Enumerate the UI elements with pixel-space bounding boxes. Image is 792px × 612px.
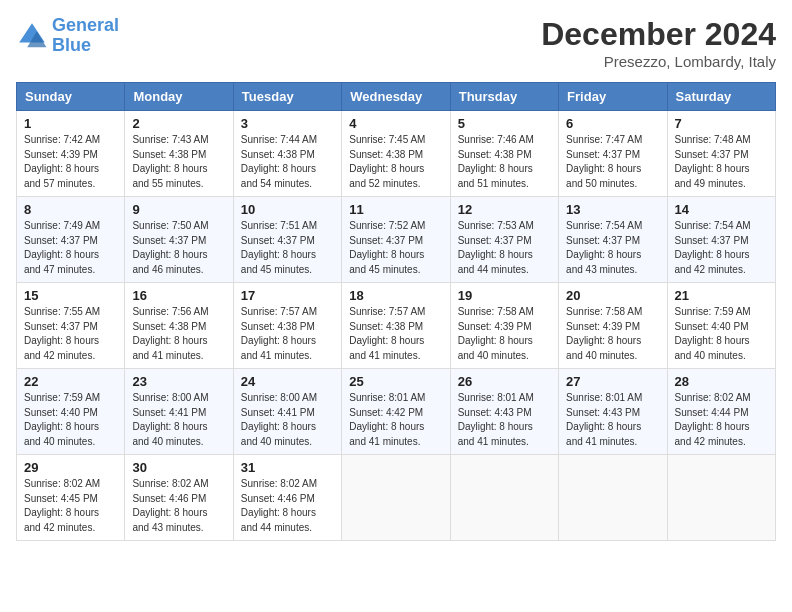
sunset: Sunset: 4:38 PM — [132, 321, 206, 332]
calendar-cell: 24 Sunrise: 8:00 AM Sunset: 4:41 PM Dayl… — [233, 369, 341, 455]
sunrise: Sunrise: 7:53 AM — [458, 220, 534, 231]
sunrise: Sunrise: 7:54 AM — [675, 220, 751, 231]
calendar-cell: 5 Sunrise: 7:46 AM Sunset: 4:38 PM Dayli… — [450, 111, 558, 197]
daylight: Daylight: 8 hours and 55 minutes. — [132, 163, 207, 189]
sunrise: Sunrise: 7:48 AM — [675, 134, 751, 145]
calendar-week-2: 8 Sunrise: 7:49 AM Sunset: 4:37 PM Dayli… — [17, 197, 776, 283]
daylight: Daylight: 8 hours and 51 minutes. — [458, 163, 533, 189]
daylight: Daylight: 8 hours and 44 minutes. — [241, 507, 316, 533]
sunset: Sunset: 4:38 PM — [349, 321, 423, 332]
calendar-week-1: 1 Sunrise: 7:42 AM Sunset: 4:39 PM Dayli… — [17, 111, 776, 197]
calendar-week-5: 29 Sunrise: 8:02 AM Sunset: 4:45 PM Dayl… — [17, 455, 776, 541]
calendar: Sunday Monday Tuesday Wednesday Thursday… — [16, 82, 776, 541]
day-info: Sunrise: 7:53 AM Sunset: 4:37 PM Dayligh… — [458, 219, 551, 277]
calendar-cell: 21 Sunrise: 7:59 AM Sunset: 4:40 PM Dayl… — [667, 283, 775, 369]
day-info: Sunrise: 7:47 AM Sunset: 4:37 PM Dayligh… — [566, 133, 659, 191]
daylight: Daylight: 8 hours and 47 minutes. — [24, 249, 99, 275]
calendar-cell: 27 Sunrise: 8:01 AM Sunset: 4:43 PM Dayl… — [559, 369, 667, 455]
month-title: December 2024 — [541, 16, 776, 53]
calendar-cell — [450, 455, 558, 541]
calendar-cell: 25 Sunrise: 8:01 AM Sunset: 4:42 PM Dayl… — [342, 369, 450, 455]
calendar-cell: 17 Sunrise: 7:57 AM Sunset: 4:38 PM Dayl… — [233, 283, 341, 369]
calendar-cell: 20 Sunrise: 7:58 AM Sunset: 4:39 PM Dayl… — [559, 283, 667, 369]
sunrise: Sunrise: 7:57 AM — [241, 306, 317, 317]
calendar-cell: 15 Sunrise: 7:55 AM Sunset: 4:37 PM Dayl… — [17, 283, 125, 369]
day-number: 31 — [241, 460, 334, 475]
day-number: 21 — [675, 288, 768, 303]
daylight: Daylight: 8 hours and 52 minutes. — [349, 163, 424, 189]
daylight: Daylight: 8 hours and 41 minutes. — [349, 335, 424, 361]
daylight: Daylight: 8 hours and 41 minutes. — [349, 421, 424, 447]
day-number: 2 — [132, 116, 225, 131]
logo-text: General Blue — [52, 16, 119, 56]
day-info: Sunrise: 8:01 AM Sunset: 4:43 PM Dayligh… — [566, 391, 659, 449]
sunrise: Sunrise: 7:56 AM — [132, 306, 208, 317]
sunset: Sunset: 4:37 PM — [24, 235, 98, 246]
day-number: 30 — [132, 460, 225, 475]
day-info: Sunrise: 7:50 AM Sunset: 4:37 PM Dayligh… — [132, 219, 225, 277]
calendar-cell: 9 Sunrise: 7:50 AM Sunset: 4:37 PM Dayli… — [125, 197, 233, 283]
daylight: Daylight: 8 hours and 43 minutes. — [566, 249, 641, 275]
day-info: Sunrise: 7:42 AM Sunset: 4:39 PM Dayligh… — [24, 133, 117, 191]
day-info: Sunrise: 8:01 AM Sunset: 4:42 PM Dayligh… — [349, 391, 442, 449]
daylight: Daylight: 8 hours and 40 minutes. — [24, 421, 99, 447]
day-info: Sunrise: 7:51 AM Sunset: 4:37 PM Dayligh… — [241, 219, 334, 277]
sunrise: Sunrise: 8:01 AM — [566, 392, 642, 403]
sunrise: Sunrise: 8:02 AM — [132, 478, 208, 489]
sunrise: Sunrise: 8:01 AM — [458, 392, 534, 403]
sunset: Sunset: 4:38 PM — [458, 149, 532, 160]
sunset: Sunset: 4:39 PM — [458, 321, 532, 332]
sunset: Sunset: 4:37 PM — [675, 235, 749, 246]
calendar-cell: 18 Sunrise: 7:57 AM Sunset: 4:38 PM Dayl… — [342, 283, 450, 369]
day-number: 25 — [349, 374, 442, 389]
daylight: Daylight: 8 hours and 49 minutes. — [675, 163, 750, 189]
location: Presezzo, Lombardy, Italy — [541, 53, 776, 70]
logo-line1: General — [52, 15, 119, 35]
day-number: 28 — [675, 374, 768, 389]
sunset: Sunset: 4:39 PM — [24, 149, 98, 160]
calendar-cell: 7 Sunrise: 7:48 AM Sunset: 4:37 PM Dayli… — [667, 111, 775, 197]
calendar-cell: 3 Sunrise: 7:44 AM Sunset: 4:38 PM Dayli… — [233, 111, 341, 197]
sunset: Sunset: 4:38 PM — [241, 149, 315, 160]
sunrise: Sunrise: 7:52 AM — [349, 220, 425, 231]
sunset: Sunset: 4:40 PM — [675, 321, 749, 332]
day-info: Sunrise: 7:58 AM Sunset: 4:39 PM Dayligh… — [566, 305, 659, 363]
day-number: 4 — [349, 116, 442, 131]
sunrise: Sunrise: 7:45 AM — [349, 134, 425, 145]
calendar-cell: 26 Sunrise: 8:01 AM Sunset: 4:43 PM Dayl… — [450, 369, 558, 455]
sunrise: Sunrise: 7:51 AM — [241, 220, 317, 231]
day-info: Sunrise: 8:02 AM Sunset: 4:46 PM Dayligh… — [241, 477, 334, 535]
sunrise: Sunrise: 7:57 AM — [349, 306, 425, 317]
calendar-week-4: 22 Sunrise: 7:59 AM Sunset: 4:40 PM Dayl… — [17, 369, 776, 455]
sunset: Sunset: 4:43 PM — [458, 407, 532, 418]
day-info: Sunrise: 7:44 AM Sunset: 4:38 PM Dayligh… — [241, 133, 334, 191]
day-info: Sunrise: 7:55 AM Sunset: 4:37 PM Dayligh… — [24, 305, 117, 363]
day-number: 11 — [349, 202, 442, 217]
header-thursday: Thursday — [450, 83, 558, 111]
calendar-cell: 10 Sunrise: 7:51 AM Sunset: 4:37 PM Dayl… — [233, 197, 341, 283]
day-info: Sunrise: 7:48 AM Sunset: 4:37 PM Dayligh… — [675, 133, 768, 191]
header-sunday: Sunday — [17, 83, 125, 111]
day-info: Sunrise: 7:56 AM Sunset: 4:38 PM Dayligh… — [132, 305, 225, 363]
daylight: Daylight: 8 hours and 41 minutes. — [566, 421, 641, 447]
calendar-cell: 11 Sunrise: 7:52 AM Sunset: 4:37 PM Dayl… — [342, 197, 450, 283]
daylight: Daylight: 8 hours and 44 minutes. — [458, 249, 533, 275]
calendar-cell: 6 Sunrise: 7:47 AM Sunset: 4:37 PM Dayli… — [559, 111, 667, 197]
day-number: 3 — [241, 116, 334, 131]
sunset: Sunset: 4:41 PM — [132, 407, 206, 418]
calendar-cell: 28 Sunrise: 8:02 AM Sunset: 4:44 PM Dayl… — [667, 369, 775, 455]
calendar-cell: 16 Sunrise: 7:56 AM Sunset: 4:38 PM Dayl… — [125, 283, 233, 369]
day-info: Sunrise: 7:59 AM Sunset: 4:40 PM Dayligh… — [675, 305, 768, 363]
sunset: Sunset: 4:40 PM — [24, 407, 98, 418]
day-info: Sunrise: 7:45 AM Sunset: 4:38 PM Dayligh… — [349, 133, 442, 191]
header-saturday: Saturday — [667, 83, 775, 111]
calendar-cell — [342, 455, 450, 541]
calendar-cell: 31 Sunrise: 8:02 AM Sunset: 4:46 PM Dayl… — [233, 455, 341, 541]
sunrise: Sunrise: 8:02 AM — [24, 478, 100, 489]
daylight: Daylight: 8 hours and 45 minutes. — [241, 249, 316, 275]
daylight: Daylight: 8 hours and 46 minutes. — [132, 249, 207, 275]
day-number: 1 — [24, 116, 117, 131]
sunrise: Sunrise: 7:49 AM — [24, 220, 100, 231]
day-info: Sunrise: 7:58 AM Sunset: 4:39 PM Dayligh… — [458, 305, 551, 363]
sunset: Sunset: 4:37 PM — [566, 235, 640, 246]
